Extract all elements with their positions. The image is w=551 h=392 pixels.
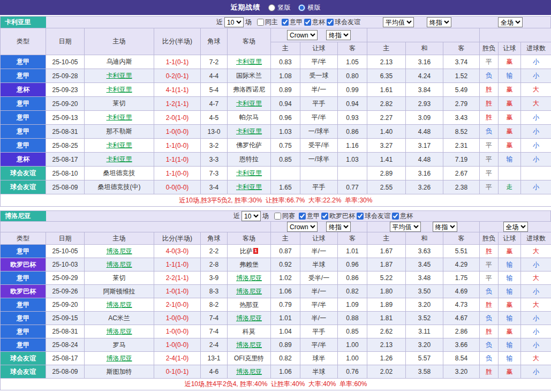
competition-checkbox[interactable]: [299, 213, 306, 220]
subject-team-link[interactable]: 卡利亚里: [107, 86, 132, 93]
same-filter[interactable]: 同赛: [274, 212, 295, 221]
competition-checkbox[interactable]: [357, 213, 364, 220]
match-row: 意甲25-08-31那不勒斯1-0(0-0)13-0卡利亚里1.03一/球半0.…: [1, 125, 551, 139]
same-checkbox[interactable]: [274, 213, 281, 220]
subject-team-link[interactable]: 博洛尼亚: [236, 274, 262, 282]
handicap-result-cell: 输: [499, 338, 521, 352]
competition-checkbox[interactable]: [327, 19, 334, 26]
layout-option-vertical[interactable]: 竖版: [268, 3, 291, 12]
subject-team-link[interactable]: 博洛尼亚: [236, 314, 262, 322]
euro-stage-select[interactable]: 终指: [433, 222, 457, 232]
subject-team-link[interactable]: 博洛尼亚: [107, 301, 132, 308]
subject-team-link[interactable]: 卡利亚里: [107, 155, 132, 163]
score-cell: 0-1(0-1): [154, 365, 201, 379]
subject-team-link[interactable]: 卡利亚里: [107, 141, 132, 149]
asian-home-odds-cell: 0.96: [271, 111, 300, 125]
asian-home-odds-cell: 1.08: [271, 69, 300, 83]
euro-home-odds-cell: 6.35: [367, 69, 406, 83]
goals-result-cell: 大: [521, 97, 551, 111]
euro-away-odds-cell: 5.49: [443, 83, 480, 97]
home-team-cell: 博洛尼亚: [85, 298, 154, 312]
asian-home-odds-cell: 1.65: [271, 180, 300, 194]
corner-cell: 4-4: [201, 69, 228, 83]
competition-filter[interactable]: 球会友谊: [357, 212, 390, 221]
opponent-team-name: 阿斯顿维拉: [103, 288, 135, 295]
corner-cell: 13-1: [201, 352, 228, 365]
vertical-radio[interactable]: [268, 4, 275, 11]
competition-filter[interactable]: 意杯: [392, 212, 413, 221]
competition-checkbox[interactable]: [321, 213, 328, 220]
subject-team-link[interactable]: 博洛尼亚: [236, 368, 262, 375]
competition-checkbox[interactable]: [392, 213, 399, 220]
away-team-cell: 卡利亚里: [228, 125, 271, 139]
bookmaker-select[interactable]: Crown: [287, 30, 318, 40]
bookmaker-select[interactable]: Crown: [287, 222, 318, 232]
euro-draw-odds-cell: 4.48: [406, 153, 443, 167]
subject-team-link[interactable]: 卡利亚里: [236, 183, 262, 191]
euro-draw-odds-cell: 3.58: [406, 365, 443, 379]
home-team-cell: AC米兰: [85, 312, 154, 325]
subject-team-link[interactable]: 卡利亚里: [107, 114, 132, 121]
handicap-result-cell: 输: [499, 69, 521, 83]
layout-option-horizontal[interactable]: 横版: [298, 3, 321, 12]
wdl-cell: 负: [480, 285, 499, 298]
subject-team-link[interactable]: 博洛尼亚: [107, 247, 132, 255]
corner-cell: 3-4: [201, 180, 228, 194]
league-cell: 意甲: [1, 312, 46, 325]
subject-team-link[interactable]: 卡利亚里: [236, 169, 262, 177]
horizontal-radio[interactable]: [298, 4, 305, 11]
corner-cell: 5-4: [201, 83, 228, 97]
scope-select[interactable]: 全场: [503, 222, 528, 232]
bookmaker-stage-select[interactable]: 终指: [326, 222, 351, 232]
competition-filter[interactable]: 欧罗巴杯: [321, 212, 355, 221]
recent-count-select[interactable]: 10: [241, 211, 261, 221]
competition-filter[interactable]: 球会友谊: [327, 18, 360, 27]
asian-home-odds-cell: 1.03: [271, 125, 300, 139]
date-cell: 25-08-24: [46, 338, 85, 352]
corner-cell: 2-4: [201, 338, 228, 352]
league-cell: 意甲: [1, 325, 46, 338]
col-goals: 进球数: [521, 232, 551, 245]
recent-count-select[interactable]: 10: [224, 17, 244, 27]
subject-team-link[interactable]: 卡利亚里: [107, 72, 132, 79]
corner-cell: 7-2: [201, 55, 228, 69]
euro-avg-select[interactable]: 平均值: [390, 222, 421, 232]
euro-stage-select[interactable]: 终指: [427, 17, 451, 27]
asian-home-odds-cell: 1.04: [271, 325, 300, 338]
euro-away-odds-cell: 8.54: [443, 352, 480, 365]
euro-draw-odds-cell: 3.26: [406, 180, 443, 194]
subject-team-link[interactable]: 博洛尼亚: [107, 328, 132, 335]
subject-team-link[interactable]: 博洛尼亚: [107, 261, 132, 268]
asian-away-odds-cell: 0.86: [338, 125, 367, 139]
competition-checkbox[interactable]: [282, 19, 289, 26]
competition-filter[interactable]: 意杯: [304, 18, 325, 27]
euro-avg-select[interactable]: 平均值: [383, 17, 414, 27]
goals-result-cell: 大: [521, 245, 551, 258]
subject-team-link[interactable]: 博洛尼亚: [236, 288, 262, 295]
asian-home-odds-cell: [271, 167, 300, 180]
same-filter[interactable]: 同主: [257, 18, 278, 27]
bookmaker-stage-select[interactable]: 终指: [326, 30, 351, 40]
subject-team-link[interactable]: 博洛尼亚: [107, 355, 132, 362]
euro-away-odds-cell: 3.66: [443, 338, 480, 352]
col-euro-away: 客: [443, 232, 480, 245]
subject-team-link[interactable]: 博洛尼亚: [236, 341, 262, 349]
scope-select[interactable]: 全场: [498, 17, 523, 27]
home-team-cell: 卡利亚里: [85, 153, 154, 167]
competition-filter[interactable]: 意甲: [299, 212, 320, 221]
results-table: 类型 日期 主场 比分(半场) 角球 客场 Crown 终指 主 让球 客: [0, 28, 551, 207]
handicap-result-cell: 输: [499, 312, 521, 325]
subject-team-link[interactable]: 卡利亚里: [236, 100, 262, 107]
league-cell: 意甲: [1, 338, 46, 352]
col-euro-draw: 和: [406, 232, 443, 245]
asian-away-odds-cell: 1.09: [338, 298, 367, 312]
subject-team-link[interactable]: 卡利亚里: [236, 127, 262, 135]
same-checkbox[interactable]: [257, 19, 264, 26]
wdl-cell: 负: [480, 312, 499, 325]
subject-team-link[interactable]: 卡利亚里: [236, 58, 262, 65]
col-corner: 角球: [201, 232, 228, 245]
away-team-cell: 国际米兰: [228, 69, 271, 83]
asian-away-odds-cell: [338, 167, 367, 180]
competition-filter[interactable]: 意甲: [282, 18, 303, 27]
competition-checkbox[interactable]: [304, 19, 311, 26]
